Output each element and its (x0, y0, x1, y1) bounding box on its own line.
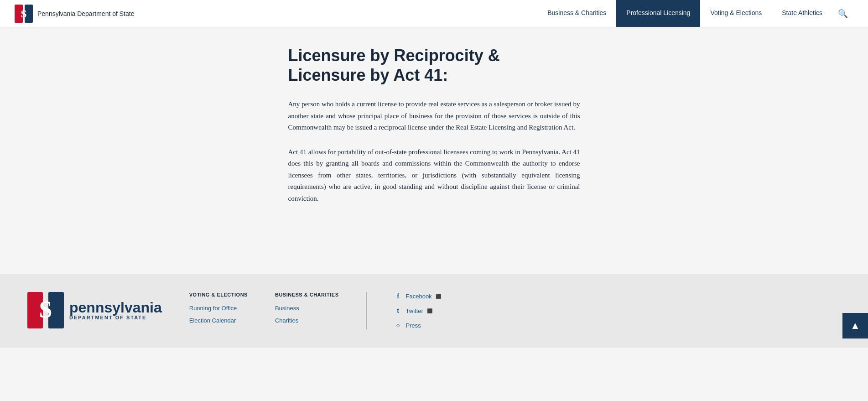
search-button[interactable]: 🔍 (832, 9, 853, 19)
nav-business-charities[interactable]: Business & Charities (537, 0, 616, 27)
search-icon: 🔍 (838, 9, 848, 19)
footer-running-for-office[interactable]: Running for Office (189, 305, 248, 312)
footer-pa-text: pennsylvania DEPARTMENT OF STATE (69, 300, 162, 320)
paragraph-1: Any person who holds a current license t… (288, 99, 580, 134)
pa-logo-icon: S (15, 5, 33, 23)
svg-text:S: S (39, 297, 52, 323)
footer-election-calendar[interactable]: Election Calendar (189, 317, 248, 324)
footer-social: f Facebook ⬛ t Twitter ⬛ ○ Press (394, 292, 441, 329)
footer-press[interactable]: ○ Press (394, 321, 441, 329)
facebook-icon: f (394, 292, 402, 300)
footer-columns: VOTING & ELECTIONS Running for Office El… (189, 292, 841, 329)
footer-divider (366, 292, 367, 329)
external-link-icon-2: ⬛ (427, 308, 432, 313)
content-area: Licensure by Reciprocity & Licensure by … (279, 46, 589, 204)
main-content: Licensure by Reciprocity & Licensure by … (0, 27, 868, 274)
footer-logo: S pennsylvania DEPARTMENT OF STATE (27, 292, 162, 328)
page-title: Licensure by Reciprocity & Licensure by … (288, 46, 580, 85)
svg-text:S: S (21, 8, 26, 20)
footer-charities-link[interactable]: Charities (275, 317, 339, 324)
footer-twitter[interactable]: t Twitter ⬛ (394, 307, 441, 315)
external-link-icon: ⬛ (436, 294, 441, 299)
press-icon: ○ (394, 321, 402, 329)
footer-col-business: BUSINESS & CHARITIES Business Charities (275, 292, 339, 329)
chevron-up-icon: ▲ (850, 320, 860, 332)
paragraph-2: Act 41 allows for portability of out-of-… (288, 146, 580, 205)
footer-col-voting: VOTING & ELECTIONS Running for Office El… (189, 292, 248, 329)
site-header: S Pennsylvania Department of State Busin… (0, 0, 868, 27)
footer-business-title: BUSINESS & CHARITIES (275, 292, 339, 297)
site-footer: S pennsylvania DEPARTMENT OF STATE VOTIN… (0, 274, 868, 348)
nav-state-athletics[interactable]: State Athletics (772, 0, 832, 27)
header-logo[interactable]: S Pennsylvania Department of State (15, 5, 134, 23)
org-name: Pennsylvania Department of State (37, 10, 134, 17)
scroll-top-button[interactable]: ▲ (842, 313, 868, 339)
nav-professional-licensing[interactable]: Professional Licensing (616, 0, 700, 27)
footer-business-link[interactable]: Business (275, 305, 339, 312)
footer-pa-smark: S (27, 292, 64, 328)
footer-voting-title: VOTING & ELECTIONS (189, 292, 248, 297)
twitter-icon: t (394, 307, 402, 315)
nav-voting-elections[interactable]: Voting & Elections (700, 0, 772, 27)
footer-facebook[interactable]: f Facebook ⬛ (394, 292, 441, 300)
main-nav: Business & Charities Professional Licens… (537, 0, 853, 27)
